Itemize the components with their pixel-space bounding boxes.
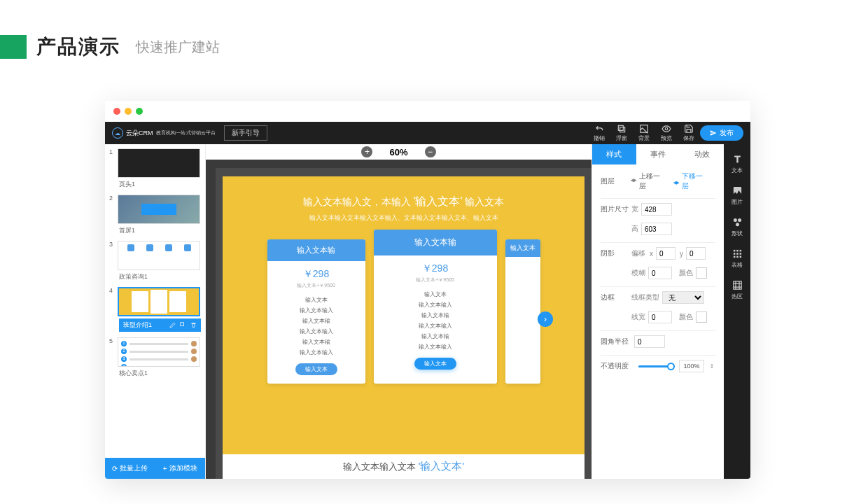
batch-upload-button[interactable]: ⟳ 批量上传	[105, 458, 155, 479]
float-button[interactable]: 浮窗	[616, 124, 627, 142]
border-type-select[interactable]: 无	[662, 291, 704, 304]
rail-hotzone[interactable]: 热区	[724, 274, 750, 306]
topbar: ☁ 云朵CRM 教育机构一站 式营销云平台 新手引导 撤销 浮窗 背景 预览 保…	[105, 122, 750, 144]
thumb-5[interactable]: 51234 核心卖点1	[109, 337, 201, 378]
canvas-next-section[interactable]: 输入文本输入文本 '输入文本'	[223, 454, 584, 479]
svg-point-3	[665, 127, 668, 130]
thumb-preview	[118, 148, 200, 178]
radius-label: 圆角半径	[601, 337, 631, 346]
svg-rect-15	[733, 256, 735, 258]
card-button[interactable]: 输入文本	[295, 363, 337, 375]
maximize-icon[interactable]	[136, 108, 143, 115]
pricing-card-partial[interactable]: 输入文本	[505, 239, 540, 384]
svg-rect-5	[181, 323, 184, 326]
delete-icon[interactable]	[190, 322, 197, 328]
svg-rect-17	[739, 256, 741, 258]
opacity-label: 不透明度	[601, 361, 634, 371]
layer-up-button[interactable]: 上移一层	[630, 172, 666, 191]
minimize-icon[interactable]	[125, 108, 132, 115]
thumb-preview: 1234	[118, 337, 200, 367]
size-label: 图片尺寸	[601, 204, 631, 214]
app-window: ☁ 云朵CRM 教育机构一站 式营销云平台 新手引导 撤销 浮窗 背景 预览 保…	[105, 101, 750, 479]
canvas[interactable]: 输入文本输入文，本输入 '输入文本' 输入文本 输入文本输入文本输入文本输入、文…	[223, 176, 584, 479]
tab-style[interactable]: 样式	[592, 144, 636, 164]
guide-button[interactable]: 新手引导	[224, 125, 267, 141]
thumb-label: 页头1	[119, 180, 201, 189]
zoom-in-button[interactable]: +	[361, 146, 372, 158]
svg-rect-16	[736, 256, 738, 258]
logo: ☁ 云朵CRM 教育机构一站 式营销云平台	[112, 127, 216, 139]
edit-icon[interactable]	[169, 322, 176, 328]
page-header: 产品演示 快速推广建站	[0, 0, 847, 73]
svg-rect-12	[733, 253, 735, 255]
thumb-2[interactable]: 2 首屏1	[109, 195, 201, 235]
thumb-label: 核心卖点1	[119, 369, 201, 378]
ruler-horizontal	[216, 160, 592, 168]
zoom-out-button[interactable]: −	[425, 146, 436, 158]
thumb-4[interactable]: 4 班型介绍1	[109, 287, 201, 332]
add-module-button[interactable]: + 添加模块	[155, 458, 206, 479]
canvas-subtitle[interactable]: 输入文本输入文本输入文本输入、文本输入文本输入文本、输入文本	[223, 214, 584, 223]
shadow-x-input[interactable]	[656, 247, 676, 260]
card-price: ￥298	[374, 262, 497, 275]
radius-input[interactable]	[634, 335, 665, 348]
tab-event[interactable]: 事件	[636, 144, 680, 164]
rail-text[interactable]: 文本	[724, 148, 750, 180]
layer-label: 图层	[601, 176, 630, 186]
opacity-value: 100%	[679, 360, 704, 372]
border-label: 边框	[601, 293, 631, 302]
rail-image[interactable]: 图片	[724, 180, 750, 211]
page-title: 产品演示	[36, 34, 120, 60]
ruler-vertical	[206, 160, 216, 479]
svg-rect-14	[739, 253, 741, 255]
cloud-icon: ☁	[112, 127, 123, 139]
tab-animation[interactable]: 动效	[680, 144, 724, 164]
rail-table[interactable]: 表格	[724, 243, 750, 274]
width-input[interactable]	[641, 203, 672, 216]
shadow-color-swatch[interactable]	[696, 267, 707, 279]
thumb-1[interactable]: 1 页头1	[109, 148, 201, 189]
canvas-title[interactable]: 输入文本输入文，本输入 '输入文本' 输入文本	[223, 195, 584, 209]
rail-shape[interactable]: 形状	[724, 211, 750, 243]
svg-point-6	[733, 218, 736, 222]
card-price-sub: 输入文本+￥9500	[374, 276, 497, 284]
svg-rect-1	[620, 127, 625, 132]
shadow-y-input[interactable]	[686, 247, 706, 260]
pricing-card-featured[interactable]: 输入文本输 ￥298 输入文本+￥9500 输入文本 输入文本输入 输入文本输 …	[374, 230, 497, 384]
background-button[interactable]: 背景	[638, 124, 650, 142]
svg-rect-18	[733, 281, 741, 289]
stepper-icon[interactable]	[708, 363, 715, 370]
opacity-slider[interactable]	[638, 365, 675, 368]
properties-panel: 样式 事件 动效 图层 上移一层 下移一层 图片尺寸 宽 高	[592, 144, 724, 479]
border-width-input[interactable]	[648, 311, 672, 323]
preview-button[interactable]: 预览	[661, 124, 672, 142]
publish-button[interactable]: 发布	[700, 125, 743, 141]
thumb-3[interactable]: 3 政策咨询1	[109, 241, 201, 281]
height-input[interactable]	[641, 223, 672, 235]
shadow-blur-input[interactable]	[648, 267, 672, 279]
svg-point-7	[738, 218, 741, 222]
component-rail: 文本 图片 形状 表格 热区	[724, 144, 750, 479]
next-arrow-button[interactable]: ›	[538, 312, 553, 327]
undo-button[interactable]: 撤销	[594, 124, 605, 142]
save-button[interactable]: 保存	[683, 124, 694, 142]
card-head: 输入文本输	[267, 239, 365, 261]
logo-sub: 教育机构一站 式营销云平台	[156, 130, 216, 136]
svg-rect-9	[733, 250, 735, 252]
zoom-value: 60%	[389, 147, 407, 158]
svg-rect-13	[736, 253, 738, 255]
slider-thumb[interactable]	[667, 363, 675, 370]
layer-down-button[interactable]: 下移一层	[673, 172, 708, 191]
border-color-swatch[interactable]	[696, 312, 707, 323]
copy-icon[interactable]	[180, 322, 186, 328]
card-price: ￥298	[267, 268, 365, 281]
window-controls	[105, 101, 750, 122]
card-button[interactable]: 输入文本	[414, 358, 456, 370]
pricing-card[interactable]: 输入文本输 ￥298 输入文本+￥9500 输入文本 输入文本输入 输入文本输 …	[267, 239, 365, 384]
page-subtitle: 快速推广建站	[136, 38, 220, 57]
close-icon[interactable]	[113, 108, 120, 115]
logo-text: 云朵CRM	[126, 129, 153, 138]
thumb-preview	[118, 287, 200, 316]
shadow-label: 阴影	[601, 248, 631, 258]
thumb-preview	[118, 195, 200, 224]
